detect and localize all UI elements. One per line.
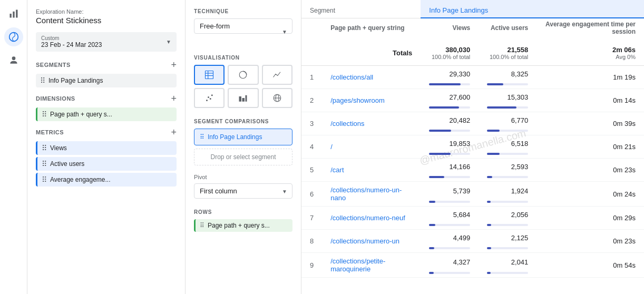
table-row[interactable]: 5/cart 14,166 2,593 0m 23s	[301, 159, 644, 182]
row-avg-time: 0m 39s	[536, 112, 644, 135]
segments-title: SEGMENTS	[36, 62, 71, 68]
path-col-header: Page path + query string	[322, 18, 421, 41]
row-avg-time: 0m 23s	[536, 230, 644, 253]
rows-chip[interactable]: ⠿ Page path + query s...	[194, 219, 292, 232]
add-dimension-button[interactable]: +	[171, 94, 177, 103]
svg-point-10	[241, 73, 246, 77]
segments-section-header: SEGMENTS +	[36, 60, 177, 70]
table-row[interactable]: 9/collections/petite-maroquinerie 4,327 …	[301, 253, 644, 278]
viz-bars-button[interactable]	[228, 88, 258, 108]
row-number: 7	[301, 207, 322, 230]
totals-active-users-value: 21,558	[508, 46, 529, 54]
info-page-landings-header: Info Page Landings	[421, 0, 644, 18]
segment-comparison-chip[interactable]: ⠿ Info Page Landings	[194, 129, 292, 145]
row-active-users: 2,041	[479, 253, 536, 278]
table-row[interactable]: 8/collections/numero-un 4,499 2,125 0m 2…	[301, 230, 644, 253]
svg-rect-0	[9, 14, 11, 18]
row-active-users: 15,303	[479, 89, 536, 112]
segment-comparison-label: Info Page Landings	[208, 133, 262, 141]
data-table: Segment Info Page Landings Page path + q…	[301, 0, 644, 278]
table-row[interactable]: 1/collections/all 29,330 8,325 1m 19s	[301, 66, 644, 89]
row-views: 27,600	[421, 89, 479, 112]
svg-rect-1	[13, 12, 14, 18]
row-path[interactable]: /	[322, 135, 421, 159]
row-number: 3	[301, 112, 322, 135]
drag-handle-metric-3: ⠿	[42, 175, 47, 184]
drag-handle-icon: ⠿	[40, 76, 45, 85]
rows-title: ROWS	[194, 209, 292, 215]
metric-active-users-label: Active users	[50, 160, 84, 168]
technique-select[interactable]: Free-form	[194, 18, 292, 34]
row-path[interactable]: /collections/numero-un	[322, 230, 421, 253]
technique-label: TECHNIQUE	[194, 8, 292, 14]
exploration-name-label: Exploration Name:	[36, 8, 177, 15]
dimension-col-header-row: Page path + query string Views Active us…	[301, 18, 644, 41]
row-views: 20,482	[421, 112, 479, 135]
main-content: @mauroromanella.com Segment Info Page La…	[301, 0, 644, 294]
nav-person[interactable]	[4, 51, 23, 70]
table-row[interactable]: 2/pages/showroom 27,600 15,303 0m 14s	[301, 89, 644, 112]
date-range-picker[interactable]: Custom 23 Feb - 24 Mar 2023 ▼	[36, 32, 177, 52]
segment-comparisons-label: SEGMENT COMPARISONS	[194, 119, 292, 124]
svg-rect-5	[206, 71, 213, 79]
drag-handle-metric-1: ⠿	[42, 144, 47, 152]
viz-geo-button[interactable]	[262, 88, 292, 108]
metric-active-users[interactable]: ⠿ Active users	[36, 157, 177, 171]
totals-row: Totals 380,030 100.0% of total 21,558 10…	[301, 41, 644, 66]
row-path[interactable]: /collections/petite-maroquinerie	[322, 253, 421, 278]
date-label: Custom	[41, 35, 102, 41]
table-row[interactable]: 4/ 19,853 6,518 0m 21s	[301, 135, 644, 159]
add-metric-button[interactable]: +	[171, 128, 177, 137]
technique-select-wrapper: Free-form	[194, 18, 292, 44]
rows-chip-label: Page path + query s...	[208, 222, 270, 229]
date-content: Custom 23 Feb - 24 Mar 2023	[41, 35, 102, 48]
config-panel: TECHNIQUE Free-form VISUALISATION SEGMEN…	[186, 0, 301, 294]
drop-segment-target[interactable]: Drop or select segment	[194, 149, 292, 165]
row-path[interactable]: /pages/showroom	[322, 89, 421, 112]
segment-col-header: Segment	[301, 0, 421, 18]
metric-avg-engagement[interactable]: ⠿ Average engageme...	[36, 173, 177, 187]
drag-handle-metric-2: ⠿	[42, 160, 47, 168]
viz-donut-button[interactable]	[228, 65, 258, 85]
row-avg-time: 1m 19s	[536, 66, 644, 89]
row-path[interactable]: /collections/all	[322, 66, 421, 89]
svg-point-12	[208, 96, 209, 98]
top-header-row: Segment Info Page Landings	[301, 0, 644, 18]
left-nav	[0, 0, 27, 294]
table-row[interactable]: 7/collections/numero-neuf 5,684 2,056 0m…	[301, 207, 644, 230]
row-active-users: 2,593	[479, 159, 536, 182]
row-avg-time: 0m 29s	[536, 207, 644, 230]
pivot-select[interactable]: First column	[194, 183, 292, 199]
row-path[interactable]: /collections/numero-un-nano	[322, 182, 421, 207]
row-views: 19,853	[421, 135, 479, 159]
row-views: 5,684	[421, 207, 479, 230]
segment-chip[interactable]: ⠿ Info Page Landings	[36, 74, 177, 87]
metric-views[interactable]: ⠿ Views	[36, 141, 177, 155]
add-segment-button[interactable]: +	[171, 60, 177, 70]
row-avg-time: 0m 24s	[536, 182, 644, 207]
row-path[interactable]: /cart	[322, 159, 421, 182]
nav-barchart[interactable]	[4, 4, 23, 23]
totals-label: Totals	[322, 41, 421, 66]
row-path[interactable]: /collections/numero-neuf	[322, 207, 421, 230]
table-row[interactable]: 3/collections 20,482 6,770 0m 39s	[301, 112, 644, 135]
drop-segment-label: Drop or select segment	[210, 153, 276, 161]
nav-analytics[interactable]	[4, 27, 23, 46]
rows-chip-dots: ⠿	[200, 222, 204, 229]
viz-scatter-button[interactable]	[194, 88, 225, 108]
row-number: 2	[301, 89, 322, 112]
totals-views-value: 380,030	[445, 46, 470, 54]
row-active-users: 6,770	[479, 112, 536, 135]
dimension-chip[interactable]: ⠿ Page path + query s...	[36, 107, 177, 121]
row-num-header	[301, 18, 322, 41]
date-dropdown-arrow: ▼	[166, 39, 171, 45]
viz-table-button[interactable]	[194, 65, 225, 85]
totals-active-users-pct: 100.0% of total	[487, 54, 528, 60]
row-active-users: 2,056	[479, 207, 536, 230]
row-path[interactable]: /collections	[322, 112, 421, 135]
exploration-name-value: Content Stickiness	[36, 16, 177, 25]
table-row[interactable]: 6/collections/numero-un-nano 5,739 1,924…	[301, 182, 644, 207]
pivot-select-wrapper: First column	[194, 183, 292, 199]
viz-line-button[interactable]	[262, 65, 292, 85]
row-views: 29,330	[421, 66, 479, 89]
